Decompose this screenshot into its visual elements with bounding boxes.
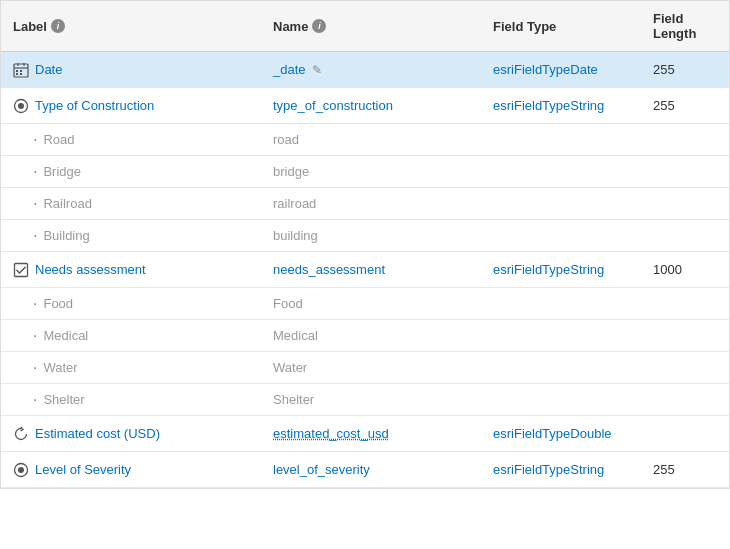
row-name-cell: estimated_cost_usd — [261, 420, 481, 447]
row-label-cell: Level of Severity — [1, 456, 261, 484]
sub-row-label-cell: ·Shelter — [1, 388, 261, 412]
header-name-info-icon[interactable]: i — [312, 19, 326, 33]
table-row[interactable]: Date_date✎esriFieldTypeDate255 — [1, 52, 729, 88]
sub-row-name-cell: building — [261, 224, 481, 247]
sub-row-field-type-cell — [481, 364, 641, 372]
sub-row-field-length-cell — [641, 136, 730, 144]
sub-row-name-cell: Shelter — [261, 388, 481, 411]
table-body: Date_date✎esriFieldTypeDate255 Type of C… — [1, 52, 729, 488]
sub-row-label: Bridge — [43, 164, 81, 179]
sub-row-dot: · — [33, 392, 37, 408]
sub-row-label-cell: ·Building — [1, 224, 261, 248]
svg-rect-7 — [20, 73, 22, 75]
sub-row-field-length-cell — [641, 396, 730, 404]
sub-row: ·Roadroad — [1, 124, 729, 156]
row-field-type-cell: esriFieldTypeString — [481, 92, 641, 119]
sub-row-label-cell: ·Water — [1, 356, 261, 380]
sub-row-label-cell: ·Bridge — [1, 160, 261, 184]
sub-row: ·Railroadrailroad — [1, 188, 729, 220]
sub-row-dot: · — [33, 296, 37, 312]
sub-row-field-length-cell — [641, 332, 730, 340]
row-name: level_of_severity — [273, 462, 370, 477]
sub-row-dot: · — [33, 132, 37, 148]
row-label: Estimated cost (USD) — [35, 426, 160, 441]
sub-row-name-cell: Food — [261, 292, 481, 315]
sub-row-name: Food — [273, 296, 303, 311]
sub-row: ·WaterWater — [1, 352, 729, 384]
sub-row-label: Railroad — [43, 196, 91, 211]
sub-row-dot: · — [33, 360, 37, 376]
row-name-cell: level_of_severity — [261, 456, 481, 483]
header-label-info-icon[interactable]: i — [51, 19, 65, 33]
row-field-type-cell: esriFieldTypeString — [481, 256, 641, 283]
sub-row-label-cell: ·Road — [1, 128, 261, 152]
row-name-cell: type_of_construction — [261, 92, 481, 119]
table-row[interactable]: Needs assessmentneeds_assessmentesriFiel… — [1, 252, 729, 288]
table-row[interactable]: Estimated cost (USD)estimated_cost_usdes… — [1, 416, 729, 452]
row-field-length-cell: 255 — [641, 92, 730, 119]
row-name: needs_assessment — [273, 262, 385, 277]
row-name: _date — [273, 62, 306, 77]
sub-row: ·MedicalMedical — [1, 320, 729, 352]
sub-row-dot: · — [33, 196, 37, 212]
row-label-cell: Date — [1, 56, 261, 84]
sub-row-name: bridge — [273, 164, 309, 179]
sub-row-label: Shelter — [43, 392, 84, 407]
row-name-cell: _date✎ — [261, 56, 481, 83]
svg-point-12 — [18, 467, 24, 473]
row-label-cell: Type of Construction — [1, 92, 261, 120]
sub-row-field-length-cell — [641, 168, 730, 176]
edit-icon[interactable]: ✎ — [312, 63, 322, 77]
sub-row-field-length-cell — [641, 232, 730, 240]
sub-row-field-type-cell — [481, 168, 641, 176]
sub-row-label: Water — [43, 360, 77, 375]
svg-rect-6 — [16, 73, 18, 75]
sub-row-dot: · — [33, 328, 37, 344]
row-field-type-cell: esriFieldTypeString — [481, 456, 641, 483]
radio-icon — [13, 98, 29, 114]
sub-row-name-cell: road — [261, 128, 481, 151]
sub-row-field-type-cell — [481, 232, 641, 240]
sub-row-name-cell: Water — [261, 356, 481, 379]
row-name-cell: needs_assessment — [261, 256, 481, 283]
sub-row: ·Bridgebridge — [1, 156, 729, 188]
sub-row: ·FoodFood — [1, 288, 729, 320]
row-field-type: esriFieldTypeDate — [493, 62, 598, 77]
svg-rect-5 — [20, 70, 22, 72]
sub-row-dot: · — [33, 164, 37, 180]
sub-row-name: building — [273, 228, 318, 243]
checkbox-icon — [13, 262, 29, 278]
sub-row-dot: · — [33, 228, 37, 244]
sub-row-name-cell: bridge — [261, 160, 481, 183]
field-table: Label i Name i Field Type Field Length D… — [0, 0, 730, 489]
row-field-length: 255 — [653, 98, 675, 113]
sub-row-name: Medical — [273, 328, 318, 343]
row-label: Needs assessment — [35, 262, 146, 277]
radio-icon — [13, 462, 29, 478]
row-label: Type of Construction — [35, 98, 154, 113]
row-field-length-cell: 1000 — [641, 256, 730, 283]
header-field-type-text: Field Type — [493, 19, 556, 34]
table-row[interactable]: Level of Severitylevel_of_severityesriFi… — [1, 452, 729, 488]
row-label: Date — [35, 62, 62, 77]
row-field-type: esriFieldTypeDouble — [493, 426, 612, 441]
row-label-cell: Estimated cost (USD) — [1, 420, 261, 448]
row-field-type-cell: esriFieldTypeDate — [481, 56, 641, 83]
row-label: Level of Severity — [35, 462, 131, 477]
sub-row-field-type-cell — [481, 200, 641, 208]
calendar-icon — [13, 62, 29, 78]
sub-row-name: Water — [273, 360, 307, 375]
table-row[interactable]: Type of Constructiontype_of_construction… — [1, 88, 729, 124]
sub-row-field-type-cell — [481, 300, 641, 308]
sub-row-field-length-cell — [641, 300, 730, 308]
header-label-text: Label — [13, 19, 47, 34]
sub-row-name-cell: Medical — [261, 324, 481, 347]
svg-point-9 — [18, 103, 24, 109]
sub-row-label-cell: ·Food — [1, 292, 261, 316]
row-name: estimated_cost_usd — [273, 426, 389, 441]
sub-row-name-cell: railroad — [261, 192, 481, 215]
header-name-text: Name — [273, 19, 308, 34]
header-field-length-text: Field Length — [653, 11, 719, 41]
row-field-type: esriFieldTypeString — [493, 262, 604, 277]
sub-row-label: Food — [43, 296, 73, 311]
